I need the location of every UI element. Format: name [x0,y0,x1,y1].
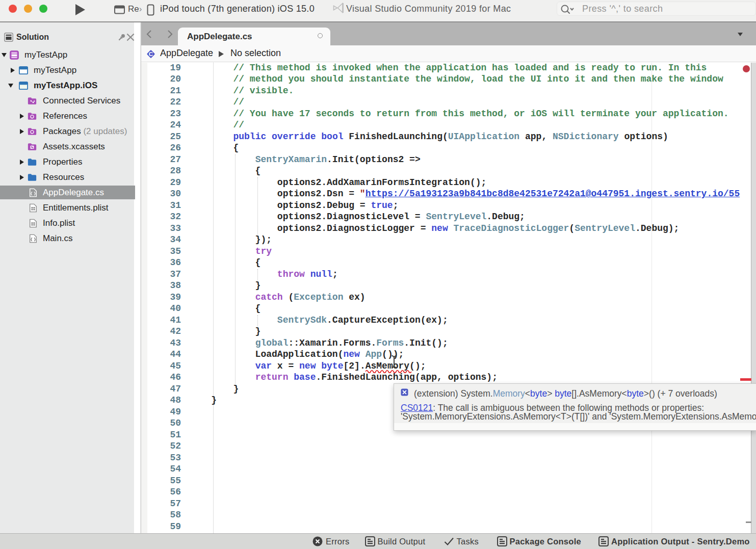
svg-text:C: C [149,51,153,57]
